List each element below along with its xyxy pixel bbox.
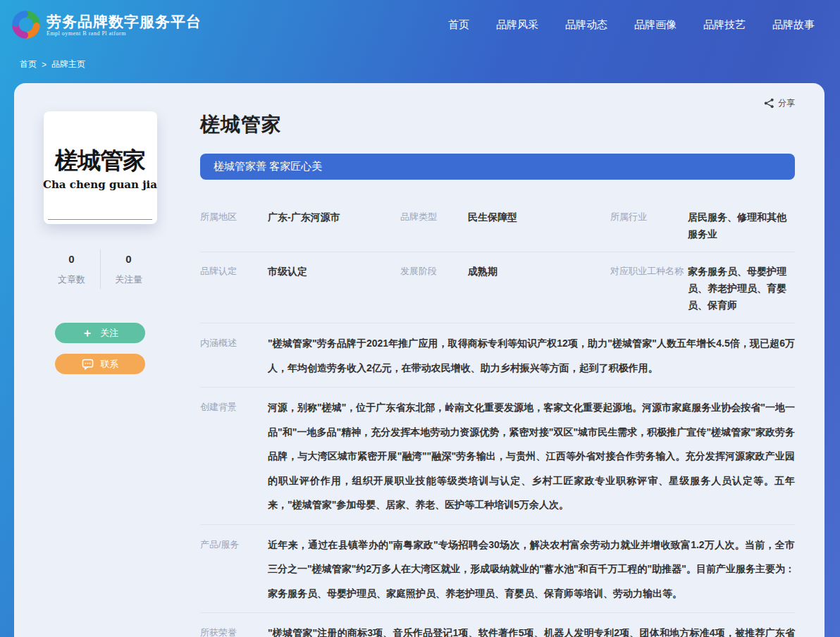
nav-item-brand-news[interactable]: 品牌动态 <box>565 18 607 32</box>
brand-logo-cn: 槎城管家 <box>55 145 145 177</box>
info-brand-type: 品牌类型 民生保障型 <box>400 209 610 242</box>
brand-slogan-banner: 槎城管家善 客家匠心美 <box>200 154 795 180</box>
info-dev-stage-value: 成熟期 <box>468 263 498 314</box>
info-industry: 所属行业 居民服务、修理和其他服务业 <box>610 209 795 242</box>
article-count-label: 文章数 <box>44 273 100 286</box>
share-label: 分享 <box>778 97 795 109</box>
breadcrumb: 首页 > 品牌主页 <box>0 58 840 70</box>
info-row: 所属地区 广东-广东河源市 品牌类型 民生保障型 所属行业 居民服务、修理和其他… <box>200 198 795 252</box>
brand-slogan-text: 槎城管家善 客家匠心美 <box>214 160 322 173</box>
section-products-text: 近年来，通过在县镇举办的"南粤家政"专场招聘会30场次，解决农村富余劳动力就业并… <box>268 533 795 606</box>
follow-button[interactable]: ＋ 关注 <box>55 323 145 343</box>
info-brand-type-label: 品牌类型 <box>400 209 468 242</box>
platform-title: 劳务品牌数字服务平台 <box>47 13 202 30</box>
nav-item-brand-style[interactable]: 品牌风采 <box>496 18 538 32</box>
section-overview: 内涵概述 "槎城管家"劳务品牌于2021年推广应用，取得商标专利等知识产权12项… <box>200 323 795 387</box>
chat-bubble-icon <box>82 359 94 370</box>
contact-button-label: 联系 <box>101 358 119 371</box>
section-honors: 所获荣誉 "槎城管家"注册的商标3项、音乐作品登记1项、软件著作5项、机器人发明… <box>200 612 795 637</box>
top-navbar: 劳务品牌数字服务平台 Empl oyment B rand Pl atform … <box>0 0 840 49</box>
breadcrumb-home[interactable]: 首页 <box>20 58 37 70</box>
brand-main-content: 分享 槎城管家 槎城管家善 客家匠心美 所属地区 广东-广东河源市 品牌类型 民… <box>186 83 824 637</box>
info-industry-value: 居民服务、修理和其他服务业 <box>688 209 786 242</box>
section-products: 产品/服务 近年来，通过在县镇举办的"南粤家政"专场招聘会30场次，解决农村富余… <box>200 524 795 613</box>
section-products-label: 产品/服务 <box>200 533 268 606</box>
platform-subtitle: Empl oyment B rand Pl atform <box>47 30 202 37</box>
breadcrumb-current: 品牌主页 <box>51 58 85 70</box>
info-occupations-label: 对应职业工种名称 <box>610 263 688 314</box>
section-background: 创建背景 河源，别称"槎城"，位于广东省东北部，岭南文化重要发源地，客家文化重要… <box>200 387 795 524</box>
main-nav: 首页 品牌风采 品牌动态 品牌画像 品牌技艺 品牌故事 <box>448 18 815 32</box>
platform-logo[interactable]: 劳务品牌数字服务平台 Empl oyment B rand Pl atform <box>11 10 202 39</box>
plus-icon: ＋ <box>82 328 93 339</box>
info-certification: 品牌认定 市级认定 <box>200 263 400 314</box>
info-region-label: 所属地区 <box>200 209 268 242</box>
info-certification-label: 品牌认定 <box>200 263 268 314</box>
info-region: 所属地区 广东-广东河源市 <box>200 209 400 242</box>
info-region-value: 广东-广东河源市 <box>268 209 340 242</box>
breadcrumb-separator: > <box>42 60 47 70</box>
section-honors-label: 所获荣誉 <box>200 621 268 637</box>
stat-articles: 0 文章数 <box>44 253 100 286</box>
brand-title: 槎城管家 <box>200 111 795 138</box>
info-row: 品牌认定 市级认定 发展阶段 成熟期 对应职业工种名称 家务服务员、母婴护理员、… <box>200 252 795 323</box>
nav-item-brand-skill[interactable]: 品牌技艺 <box>703 18 746 32</box>
info-dev-stage: 发展阶段 成熟期 <box>400 263 610 314</box>
info-occupations: 对应职业工种名称 家务服务员、母婴护理员、养老护理员、育婴员、保育师 <box>610 263 795 314</box>
article-count: 0 <box>44 253 100 265</box>
contact-button[interactable]: 联系 <box>55 354 145 374</box>
follow-button-label: 关注 <box>100 327 118 340</box>
brand-stats: 0 文章数 0 关注量 <box>44 249 157 289</box>
info-certification-value: 市级认定 <box>268 263 307 314</box>
stat-followers: 0 关注量 <box>101 253 157 286</box>
brand-detail-card: 槎城管家 Cha cheng guan jia 0 文章数 0 关注量 ＋ 关注 <box>14 83 824 637</box>
brand-info-grid: 所属地区 广东-广东河源市 品牌类型 民生保障型 所属行业 居民服务、修理和其他… <box>200 198 795 323</box>
section-honors-text: "槎城管家"注册的商标3项、音乐作品登记1项、软件著作5项、机器人发明专利2项、… <box>268 621 795 637</box>
brand-knot-icon <box>11 10 41 39</box>
section-overview-label: 内涵概述 <box>200 331 268 380</box>
nav-item-brand-profile[interactable]: 品牌画像 <box>634 18 677 32</box>
info-occupations-value: 家务服务员、母婴护理员、养老护理员、育婴员、保育师 <box>688 263 786 314</box>
brand-sidebar: 槎城管家 Cha cheng guan jia 0 文章数 0 关注量 ＋ 关注 <box>14 83 186 637</box>
follower-count-label: 关注量 <box>101 273 157 286</box>
info-dev-stage-label: 发展阶段 <box>400 263 468 314</box>
info-industry-label: 所属行业 <box>610 209 688 242</box>
brand-logo-pinyin: Cha cheng guan jia <box>43 178 157 191</box>
share-icon <box>764 98 774 109</box>
section-background-label: 创建背景 <box>200 395 268 517</box>
info-brand-type-value: 民生保障型 <box>468 209 517 242</box>
brand-logo-image: 槎城管家 Cha cheng guan jia <box>44 111 157 224</box>
nav-item-brand-story[interactable]: 品牌故事 <box>772 18 815 32</box>
section-overview-text: "槎城管家"劳务品牌于2021年推广应用，取得商标专利等知识产权12项，助力"槎… <box>268 331 795 380</box>
follower-count: 0 <box>101 253 157 265</box>
brand-logo-underline <box>48 219 152 220</box>
nav-item-home[interactable]: 首页 <box>448 18 469 32</box>
section-background-text: 河源，别称"槎城"，位于广东省东北部，岭南文化重要发源地，客家文化重要起源地。河… <box>268 395 795 517</box>
share-button[interactable]: 分享 <box>764 97 795 109</box>
